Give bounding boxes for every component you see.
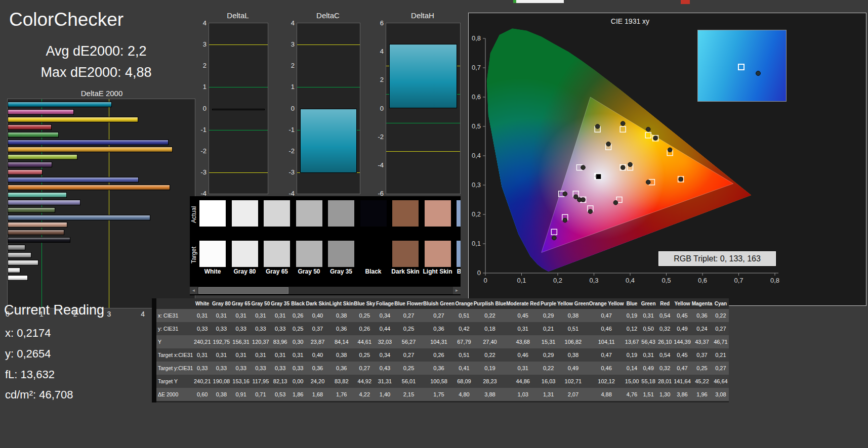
table-cell: 0,22 xyxy=(474,348,506,362)
table-cell: 15,31 xyxy=(540,335,557,348)
table-cell: 0,27 xyxy=(394,309,423,322)
table-cell: 3,86 xyxy=(673,388,692,401)
table-cell: 0,32 xyxy=(657,322,673,335)
axis-tick-label: -1 xyxy=(282,125,295,133)
scrollbar-thumb[interactable] xyxy=(198,287,288,294)
x-tick-label: 0,2 xyxy=(553,277,562,284)
table-cell: 24,20 xyxy=(306,375,329,388)
table-cell: 1,51 xyxy=(640,388,657,401)
table-cell: 2,07 xyxy=(557,388,589,401)
table-cell: 0,49 xyxy=(557,362,589,375)
table-cell: 153,16 xyxy=(231,375,251,388)
table-cell: 0,44 xyxy=(376,322,395,335)
scroll-left-button[interactable]: ◄ xyxy=(190,287,197,294)
measured-marker-light-skin xyxy=(621,165,625,170)
y-tick-label: 0 xyxy=(477,269,481,277)
cie-panel: 00,10,20,30,40,50,60,70,80,80,70,60,50,4… xyxy=(468,13,866,306)
deltae-bar-dark-skin xyxy=(8,230,64,235)
patch-target-light-skin xyxy=(425,241,451,267)
toolbar-remnant-light xyxy=(513,0,564,3)
table-cell: 0,54 xyxy=(657,309,673,322)
table-cell: 43,37 xyxy=(691,335,713,348)
table-cell: 0,45 xyxy=(673,309,692,322)
patch-target-black xyxy=(360,241,387,267)
row-label: Target y:CIE31 xyxy=(156,362,193,375)
x-tick-label: 0,3 xyxy=(589,277,598,284)
column-header-blue: Blue xyxy=(624,298,640,309)
table-cell: 102,12 xyxy=(589,375,624,388)
scroll-right-button[interactable]: ► xyxy=(453,287,461,294)
ref-line-yellow xyxy=(209,172,268,173)
table-cell: 0,34 xyxy=(376,309,395,322)
x-tick-label: 0,4 xyxy=(626,277,635,284)
axis-tick-label: -4 xyxy=(371,161,384,168)
patch-target-white xyxy=(199,241,226,267)
measured-marker-magenta xyxy=(613,201,618,205)
current-reading-fl: fL: 13,632 xyxy=(5,368,55,381)
table-cell: 1,40 xyxy=(376,388,395,401)
patch-actual-dark-skin xyxy=(392,200,419,227)
table-cell: 44,61 xyxy=(354,335,376,348)
measured-marker-orange-yellow xyxy=(653,136,658,141)
table-cell: 44,92 xyxy=(354,375,376,388)
cie-zoom-inset xyxy=(697,30,787,102)
table-cell: 0,38 xyxy=(557,309,589,322)
table-cell: 0,31 xyxy=(212,348,231,362)
measured-marker-cyan xyxy=(563,192,567,196)
table-cell: 0,30 xyxy=(290,335,306,348)
column-header-yellow: Yellow xyxy=(673,298,692,309)
column-header-bluish-green: Bluish Green xyxy=(423,298,454,309)
column-header-gray-50: Gray 50 xyxy=(251,298,270,309)
table-cell: 0,49 xyxy=(640,362,657,375)
deltae-bar-purplish-blue xyxy=(8,177,139,183)
table-cell: 106,82 xyxy=(557,335,589,348)
table-cell: 0,50 xyxy=(640,322,657,335)
table-cell: 0,33 xyxy=(290,362,306,375)
table-cell: 0,31 xyxy=(270,348,290,362)
patch-target-gray-80 xyxy=(232,241,258,267)
table-cell: 190,08 xyxy=(212,375,231,388)
page-title: ColorChecker xyxy=(9,9,123,30)
table-cell: 46,71 xyxy=(713,335,729,348)
max-de2000-value: Max dE2000: 4,88 xyxy=(0,65,192,80)
table-cell: 0,27 xyxy=(423,309,454,322)
column-header-blue-sky: Blue Sky xyxy=(354,298,376,309)
table-cell: 31,31 xyxy=(376,375,395,388)
delta-bar-deltac xyxy=(300,109,357,173)
table-cell: 4,22 xyxy=(354,388,376,401)
table-cell: 0,40 xyxy=(306,348,329,362)
colorchecker-app: ColorChecker Avg dE2000: 2,2 Max dE2000:… xyxy=(0,0,868,448)
table-cell: 0,27 xyxy=(713,322,729,335)
table-cell: 117,95 xyxy=(251,375,270,388)
results-table-head: WhiteGray 80Gray 65Gray 50Gray 35BlackDa… xyxy=(156,298,729,309)
deltae-bar-white xyxy=(8,275,28,281)
deltae-bar-red xyxy=(8,124,52,130)
axis-tick-label: 2 xyxy=(282,62,295,69)
column-header-dark-skin: Dark Skin xyxy=(306,298,329,309)
table-cell: 0,38 xyxy=(329,309,354,322)
row-label: ΔE 2000 xyxy=(156,388,193,401)
patch-strip-scrollbar[interactable]: ◄ ► xyxy=(190,287,461,294)
table-cell: 0,31 xyxy=(506,362,540,375)
table-cell: 68,09 xyxy=(454,375,474,388)
axis-tick-label: 3 xyxy=(107,310,111,318)
table-cell: 192,75 xyxy=(212,335,231,348)
table-cell: 28,23 xyxy=(474,375,506,388)
current-reading-y: y: 0,2654 xyxy=(5,347,51,361)
deltal-chart: DeltaL 43210-1-2-3-4 xyxy=(194,11,269,204)
corner-cell xyxy=(156,298,193,309)
table-cell: 0,31 xyxy=(193,309,212,322)
patch-actual-gray-50 xyxy=(296,200,322,227)
patch-label: Blue Sky xyxy=(449,268,461,275)
table-cell: 0,31 xyxy=(231,348,251,362)
deltae-bar-gray-35 xyxy=(8,245,25,250)
measured-marker-moderate-red xyxy=(646,180,650,185)
table-cell: 44,86 xyxy=(506,375,540,388)
patch-row-label-actual: Actual xyxy=(190,200,198,229)
measured-marker-bluish-green xyxy=(581,165,586,170)
column-header-cyan: Cyan xyxy=(713,298,729,309)
column-header-foliage: Foliage xyxy=(376,298,395,309)
table-cell: 0,37 xyxy=(306,322,329,335)
deltac-plot xyxy=(297,23,360,194)
table-cell: 0,38 xyxy=(557,348,589,362)
